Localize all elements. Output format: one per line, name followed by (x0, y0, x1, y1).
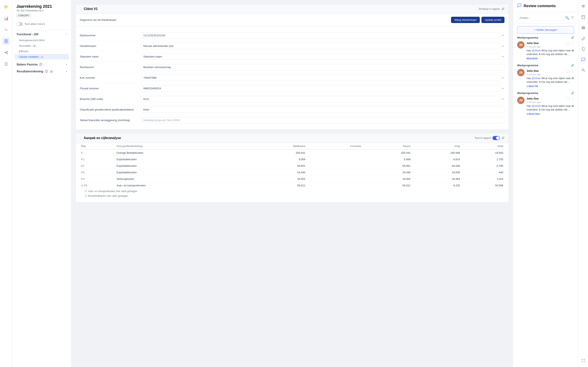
handelsnaam-input[interactable] (141, 43, 501, 49)
comment-content: John Doe ⋮ 3 minutes ago Hey @Johan Wil … (527, 69, 574, 87)
client-actions-row: Gegevens van de Klantenkaart Wijzig klan… (76, 14, 509, 26)
comment-group-link-icon[interactable]: 🔗 (571, 36, 574, 39)
cell-delta: -4.795 (461, 163, 504, 169)
svg-rect-13 (582, 16, 585, 19)
sidebar-icon-send[interactable] (2, 49, 10, 56)
collapse-analysis-icon[interactable]: ⌄ (80, 137, 82, 140)
comment-checkbox[interactable] (566, 69, 570, 73)
review-search-input[interactable] (517, 15, 563, 21)
chevron-right-icon: › (66, 33, 67, 36)
col-vorig: Vorig (412, 143, 461, 150)
cell-saldi: 33.440 (245, 169, 307, 176)
sub-nav-liquide[interactable]: Liquide middelen 1 (15, 54, 69, 59)
chevron-resultaten-icon: › (66, 70, 67, 73)
kvk-input[interactable] (141, 75, 501, 81)
comment-checkbox[interactable] (566, 42, 570, 45)
search-icon[interactable]: 🔍 (565, 16, 569, 20)
react-button[interactable]: REAGEER (527, 57, 537, 60)
visibility-label: Zichtbaar in rapport (479, 8, 500, 10)
cell-saldi: 59.851 (245, 163, 307, 169)
chevron-balans-icon: › (66, 63, 67, 66)
sub-nav-effecten[interactable]: Effecten (15, 49, 69, 54)
strip-clip-icon[interactable] (580, 46, 587, 52)
branche-input[interactable] (141, 96, 501, 102)
cell-post: Exploitatiekosten (115, 156, 245, 163)
toon-rapport-toggle[interactable] (493, 136, 500, 140)
comment-more-button[interactable]: ⋮ (571, 69, 574, 73)
strip-scale-icon[interactable] (580, 3, 587, 10)
sub-nav-voorraden[interactable]: Voorraden 1 (15, 43, 69, 49)
cell-delta: 19.943 (461, 150, 504, 156)
cell-correcties (307, 163, 362, 169)
strip-wrench-icon[interactable] (580, 35, 587, 42)
sidebar-icon-chart[interactable]: 📊 (2, 15, 10, 22)
nav-balans[interactable]: Balans Passiva ⓘ › (15, 61, 69, 68)
col-balans: Balans (362, 143, 412, 150)
cell-saldi: 18.002 (245, 176, 307, 182)
nav-resultaten[interactable]: Resultatenrekening ⓘ 1 › (15, 68, 69, 75)
comment-more-button[interactable]: ⋮ (571, 97, 574, 100)
strip-bank-icon[interactable] (580, 25, 587, 31)
wijzig-klantenkaart-button[interactable]: Wijzig klantenkaart (451, 17, 480, 23)
sidebar-icon-list[interactable] (2, 60, 10, 68)
filter-icon[interactable] (571, 16, 574, 20)
cell-post: Auto- en transportkosten (115, 182, 245, 189)
sidebar-icon-workflow[interactable] (2, 26, 10, 33)
comment-checkbox[interactable] (566, 97, 570, 100)
sub-nav: Verloopoverzicht MVA Voorraden 1 Effecte… (12, 38, 71, 59)
statutaire-input[interactable] (141, 53, 501, 60)
comment-more-button[interactable]: ⋮ (571, 41, 574, 45)
add-note-button[interactable]: + Notitie toevoegen (517, 26, 574, 34)
cell-delta: 50.586 (461, 182, 504, 189)
fiscaal-input[interactable] (141, 85, 501, 92)
table-row: P.2 Exploitatiekosten 59.851 59.851 64.6… (80, 163, 504, 169)
sidebar-header: Jaarrekening 2021 Ter Stal Tweewielers B… (12, 4, 71, 21)
strip-expand-icon[interactable] (580, 357, 587, 364)
comment-group-link-icon[interactable]: 🔗 (571, 64, 574, 67)
cell-vorig: 185.698 (412, 150, 461, 156)
collapse-client-icon[interactable]: ⌄ (80, 8, 82, 11)
statutaire-edit-icon[interactable]: ✏ (502, 55, 504, 58)
resultaten-warning-icon: ⓘ (45, 70, 48, 73)
cell-correcties (307, 150, 362, 156)
comment-content: John Doe ⋮ 3 minutes ago Hey @Johan Wil … (527, 41, 574, 60)
kvk-edit-icon[interactable]: ✏ (502, 76, 504, 80)
reactions-count[interactable]: 1 REACTIE (527, 85, 538, 87)
strip-book-icon[interactable] (580, 14, 587, 20)
fiscaal-edit-icon[interactable]: ✏ (502, 87, 504, 90)
nav-functional[interactable]: Functional - 200 › (15, 31, 69, 38)
svg-rect-18 (584, 27, 585, 29)
comment-content: John Doe ⋮ 3 minutes ago Hey @Johan Wil … (527, 97, 574, 115)
cell-correcties (307, 182, 362, 189)
comment-time: 3 minutes ago (527, 45, 574, 48)
risk-toggle[interactable] (16, 22, 23, 26)
table-row: P.3 Exploitatiekosten 33.440 33.440 33.0… (80, 169, 504, 176)
resultaten-badge: 1 (49, 70, 53, 73)
analysis-card-title: Aanpak en cijferanalyse (84, 136, 121, 140)
sidebar-icon-folder[interactable]: 📁 (2, 3, 10, 11)
form-row-classificatie: Classificatie groottecriteria (publicati… (80, 104, 504, 115)
link-icon[interactable]: 🔗 (502, 8, 504, 10)
stelsel-select[interactable]: Middelgroot(/groot) Titel 9 BW2 (141, 117, 504, 123)
form-row-stelsel: Stelsel financiële verslaggeving (inrich… (80, 115, 504, 125)
strip-search-icon[interactable] (580, 67, 587, 73)
nav-sidebar: Jaarrekening 2021 Ter Stal Tweewielers B… (12, 0, 71, 367)
comment-group-link-icon[interactable]: 🔗 (571, 92, 574, 95)
classificatie-select[interactable]: Klein (141, 106, 504, 113)
handelsnaam-edit-icon[interactable]: ✏ (502, 44, 504, 48)
klantnummer-input[interactable] (141, 32, 501, 39)
cell-vorig: 18.464 (412, 176, 461, 182)
sidebar-icon-document[interactable] (2, 38, 10, 45)
branche-edit-icon[interactable]: ✏ (502, 98, 504, 101)
comment-group-title: Werkprogramma (517, 64, 538, 67)
svg-rect-16 (582, 27, 582, 29)
analysis-link-icon[interactable]: 🔗 (502, 137, 504, 140)
review-search-row: 🔍 (513, 12, 578, 24)
sub-nav-verloop[interactable]: Verloopoverzicht MVA (15, 38, 69, 43)
cell-post: Exploitatiekosten (115, 163, 245, 169)
reactions-count[interactable]: 2 REACTIES (527, 113, 540, 115)
strip-chat-icon[interactable] (580, 56, 587, 63)
update-profiel-button[interactable]: Update profiel (481, 17, 504, 23)
klantnummer-edit-icon[interactable]: ✏ (502, 34, 504, 37)
rechtsvorm-select[interactable]: Besloten vennootschap (141, 64, 504, 70)
